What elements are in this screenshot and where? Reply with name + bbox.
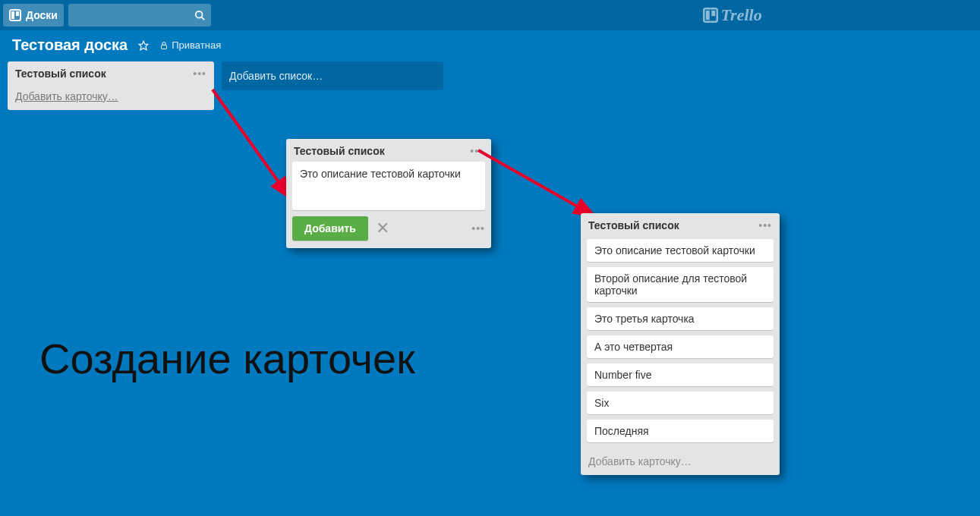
svg-marker-8 [139,41,148,50]
close-icon[interactable]: ✕ [376,219,389,238]
brand-logo[interactable]: Trello [703,5,762,25]
page-caption: Создание карточек [39,334,415,383]
app-header: Доски Trello [0,0,980,30]
list-title[interactable]: Тестовый список [588,219,679,231]
search-input[interactable] [68,4,211,27]
boards-button[interactable]: Доски [3,4,64,27]
search-icon [194,10,205,20]
add-button[interactable]: Добавить [292,216,368,241]
board-header: Тестовая доска Приватная [0,30,980,55]
card[interactable]: Последняя [587,420,774,442]
card[interactable]: Второй описание для тестовой карточки [587,267,774,302]
svg-line-4 [202,17,205,20]
svg-rect-9 [162,45,167,49]
add-card-link[interactable]: Добавить карточку… [8,84,214,110]
list-title[interactable]: Тестовый список [15,68,106,80]
cards-container: Это описание тестовой карточки Второй оп… [581,236,780,449]
svg-rect-1 [11,11,14,19]
svg-line-11 [478,150,592,215]
svg-rect-6 [705,11,709,20]
svg-line-10 [213,90,288,196]
list-menu-button[interactable]: ••• [193,68,206,80]
boards-button-label: Доски [26,9,58,21]
privacy-label: Приватная [172,39,221,51]
board-canvas: Тестовый список ••• Добавить карточку… Д… [0,55,980,110]
list-full: Тестовый список ••• Это описание тестово… [581,213,780,475]
brand-label: Trello [721,5,762,25]
svg-rect-7 [711,11,715,17]
list-empty: Тестовый список ••• Добавить карточку… [8,61,214,110]
privacy-button[interactable]: Приватная [159,39,221,51]
trello-logo-icon [703,8,718,23]
svg-rect-2 [16,11,19,16]
card[interactable]: Six [587,392,774,414]
board-title[interactable]: Тестовая доска [12,36,128,54]
list-compose: Тестовый список ••• Это описание тестово… [286,139,491,248]
add-card-link[interactable]: Добавить карточку… [581,449,780,475]
star-button[interactable] [138,40,149,51]
card-composer-textarea[interactable]: Это описание тестовой карточки [292,162,485,210]
list-menu-button[interactable]: ••• [758,219,772,231]
boards-icon [9,9,21,21]
star-icon [138,40,149,51]
card[interactable]: А это четвертая [587,335,774,358]
card[interactable]: Number five [587,363,774,386]
lock-icon [159,41,169,50]
list-title[interactable]: Тестовый список [294,145,385,157]
card[interactable]: Это третья карточка [587,307,774,330]
card[interactable]: Это описание тестовой карточки [587,239,774,262]
svg-point-3 [196,11,203,18]
